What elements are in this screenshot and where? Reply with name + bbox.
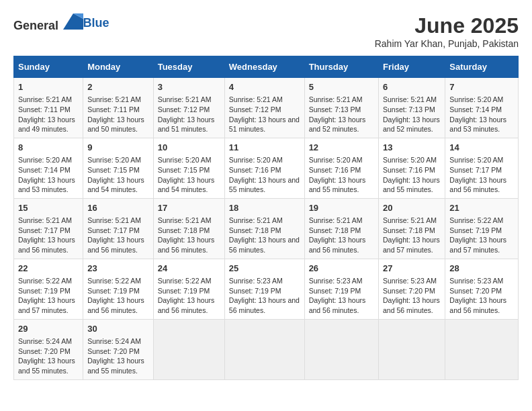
sunset: Sunset: 7:17 PM — [87, 226, 140, 234]
cell-empty — [153, 319, 224, 379]
sunrise: Sunrise: 5:23 AM — [449, 277, 503, 285]
daylight: Daylight: 13 hours and 57 minutes. — [449, 236, 506, 254]
daylight: Daylight: 13 hours and 57 minutes. — [18, 296, 75, 314]
daylight: Daylight: 13 hours and 56 minutes. — [158, 236, 215, 254]
sunset: Sunset: 7:20 PM — [449, 287, 502, 295]
daylight: Daylight: 13 hours and 56 minutes. — [87, 296, 144, 314]
daylight: Daylight: 13 hours and 56 minutes. — [87, 236, 144, 254]
cell-jun20: 20 Sunrise: 5:21 AM Sunset: 7:18 PM Dayl… — [379, 198, 445, 259]
daylight: Daylight: 13 hours and 55 minutes. — [229, 176, 300, 194]
sunset: Sunset: 7:19 PM — [309, 287, 361, 295]
cell-jun9: 9 Sunrise: 5:20 AM Sunset: 7:15 PM Dayli… — [83, 138, 154, 198]
logo-icon — [63, 13, 83, 30]
day-number: 22 — [18, 263, 79, 275]
sunrise: Sunrise: 5:23 AM — [309, 277, 363, 285]
cell-jun30: 30 Sunrise: 5:24 AM Sunset: 7:20 PM Dayl… — [83, 319, 154, 379]
cell-jun21: 21 Sunrise: 5:22 AM Sunset: 7:19 PM Dayl… — [445, 198, 519, 259]
sunset: Sunset: 7:19 PM — [158, 287, 210, 295]
sunset: Sunset: 7:19 PM — [449, 226, 502, 234]
cell-jun25: 25 Sunrise: 5:23 AM Sunset: 7:19 PM Dayl… — [224, 259, 304, 319]
day-number: 14 — [449, 142, 514, 154]
col-friday: Friday — [379, 56, 445, 78]
cell-jun3: 3 Sunrise: 5:21 AM Sunset: 7:12 PM Dayli… — [153, 78, 224, 138]
daylight: Daylight: 13 hours and 56 minutes. — [229, 236, 300, 254]
cell-empty — [379, 319, 445, 379]
logo-general: General — [13, 19, 58, 32]
daylight: Daylight: 13 hours and 54 minutes. — [87, 176, 144, 194]
col-saturday: Saturday — [445, 56, 519, 78]
sunrise: Sunrise: 5:21 AM — [383, 95, 437, 103]
sunrise: Sunrise: 5:21 AM — [229, 95, 283, 103]
daylight: Daylight: 13 hours and 50 minutes. — [87, 116, 144, 134]
cell-jun13: 13 Sunrise: 5:20 AM Sunset: 7:16 PM Dayl… — [379, 138, 445, 198]
sunset: Sunset: 7:13 PM — [309, 105, 361, 113]
day-number: 17 — [158, 202, 220, 214]
sunset: Sunset: 7:19 PM — [18, 287, 71, 295]
day-number: 18 — [229, 202, 300, 214]
sunrise: Sunrise: 5:22 AM — [449, 216, 503, 224]
cell-jun10: 10 Sunrise: 5:20 AM Sunset: 7:15 PM Dayl… — [153, 138, 224, 198]
sunset: Sunset: 7:17 PM — [18, 226, 71, 234]
sunset: Sunset: 7:18 PM — [383, 226, 435, 234]
sunrise: Sunrise: 5:21 AM — [87, 95, 141, 103]
day-number: 1 — [18, 81, 79, 93]
table-row: 1 Sunrise: 5:21 AM Sunset: 7:11 PM Dayli… — [14, 78, 519, 138]
sunrise: Sunrise: 5:20 AM — [383, 156, 437, 164]
sunrise: Sunrise: 5:21 AM — [383, 216, 437, 224]
sunrise: Sunrise: 5:21 AM — [18, 95, 72, 103]
sunrise: Sunrise: 5:20 AM — [18, 156, 72, 164]
day-number: 25 — [229, 263, 300, 275]
day-number: 5 — [309, 81, 374, 93]
sunrise: Sunrise: 5:23 AM — [383, 277, 437, 285]
daylight: Daylight: 13 hours and 55 minutes. — [18, 357, 75, 375]
title-area: June 2025 Rahim Yar Khan, Punjab, Pakist… — [375, 13, 519, 49]
day-number: 28 — [449, 263, 514, 275]
sunrise: Sunrise: 5:20 AM — [87, 156, 141, 164]
sunrise: Sunrise: 5:21 AM — [309, 216, 363, 224]
daylight: Daylight: 13 hours and 56 minutes. — [449, 176, 506, 194]
daylight: Daylight: 13 hours and 52 minutes. — [383, 116, 440, 134]
day-number: 15 — [18, 202, 79, 214]
sunrise: Sunrise: 5:21 AM — [309, 95, 363, 103]
daylight: Daylight: 13 hours and 55 minutes. — [309, 176, 366, 194]
daylight: Daylight: 13 hours and 56 minutes. — [309, 296, 366, 314]
cell-jun4: 4 Sunrise: 5:21 AM Sunset: 7:12 PM Dayli… — [224, 78, 304, 138]
sunset: Sunset: 7:12 PM — [158, 105, 210, 113]
day-number: 16 — [87, 202, 149, 214]
header-row: Sunday Monday Tuesday Wednesday Thursday… — [14, 56, 519, 78]
cell-jun12: 12 Sunrise: 5:20 AM Sunset: 7:16 PM Dayl… — [304, 138, 378, 198]
sunrise: Sunrise: 5:20 AM — [449, 95, 503, 103]
sunset: Sunset: 7:18 PM — [229, 226, 281, 234]
sunset: Sunset: 7:11 PM — [87, 105, 140, 113]
cell-jun24: 24 Sunrise: 5:22 AM Sunset: 7:19 PM Dayl… — [153, 259, 224, 319]
sunset: Sunset: 7:14 PM — [18, 166, 71, 174]
cell-empty — [304, 319, 378, 379]
sunset: Sunset: 7:13 PM — [383, 105, 435, 113]
day-number: 8 — [18, 142, 79, 154]
sunrise: Sunrise: 5:20 AM — [309, 156, 363, 164]
cell-jun1: 1 Sunrise: 5:21 AM Sunset: 7:11 PM Dayli… — [14, 78, 83, 138]
cell-jun22: 22 Sunrise: 5:22 AM Sunset: 7:19 PM Dayl… — [14, 259, 83, 319]
sunrise: Sunrise: 5:24 AM — [18, 337, 72, 345]
day-number: 23 — [87, 263, 149, 275]
col-wednesday: Wednesday — [224, 56, 304, 78]
table-row: 8 Sunrise: 5:20 AM Sunset: 7:14 PM Dayli… — [14, 138, 519, 198]
sunrise: Sunrise: 5:21 AM — [18, 216, 72, 224]
daylight: Daylight: 13 hours and 54 minutes. — [158, 176, 215, 194]
day-number: 13 — [383, 142, 441, 154]
daylight: Daylight: 13 hours and 56 minutes. — [383, 296, 440, 314]
sunset: Sunset: 7:16 PM — [383, 166, 435, 174]
day-number: 21 — [449, 202, 514, 214]
daylight: Daylight: 13 hours and 56 minutes. — [309, 236, 366, 254]
sunrise: Sunrise: 5:22 AM — [87, 277, 141, 285]
cell-jun6: 6 Sunrise: 5:21 AM Sunset: 7:13 PM Dayli… — [379, 78, 445, 138]
subtitle: Rahim Yar Khan, Punjab, Pakistan — [375, 38, 519, 49]
daylight: Daylight: 13 hours and 56 minutes. — [158, 296, 215, 314]
day-number: 30 — [87, 323, 149, 335]
sunset: Sunset: 7:15 PM — [87, 166, 140, 174]
cell-jun27: 27 Sunrise: 5:23 AM Sunset: 7:20 PM Dayl… — [379, 259, 445, 319]
sunset: Sunset: 7:18 PM — [158, 226, 210, 234]
day-number: 10 — [158, 142, 220, 154]
sunrise: Sunrise: 5:21 AM — [158, 95, 212, 103]
sunset: Sunset: 7:20 PM — [383, 287, 435, 295]
